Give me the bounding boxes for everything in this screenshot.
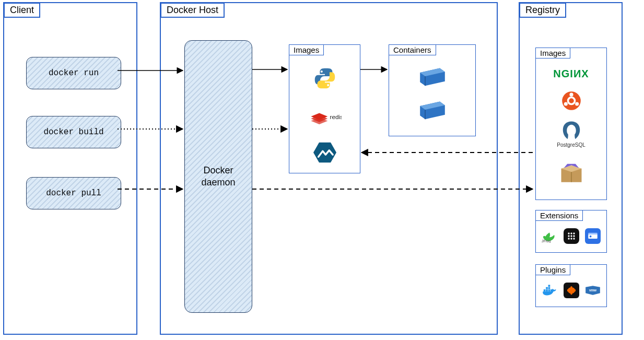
svg-point-28 — [573, 238, 575, 239]
redis-icon: redis — [289, 107, 360, 126]
cmd-docker-pull: docker pull — [26, 177, 121, 209]
registry-plugins-box: Plugins — [535, 264, 607, 307]
nginx-icon: NGIИX — [536, 68, 606, 80]
svg-text:redis: redis — [330, 113, 341, 120]
vmware-icon: vmw — [585, 283, 601, 298]
svg-rect-34 — [548, 289, 551, 291]
registry-panel-title: Registry — [519, 3, 566, 18]
docker-icon — [542, 283, 557, 298]
alpine-icon — [289, 142, 360, 163]
ubuntu-icon — [536, 91, 606, 111]
svg-point-27 — [570, 238, 572, 239]
host-containers-box: Containers — [389, 44, 476, 136]
cmd-pull-label: docker pull — [46, 189, 101, 198]
postgresql-icon: PostgreSQL — [536, 120, 606, 148]
registry-panel: Registry Images NGIИX PostgreSQL — [519, 2, 623, 335]
svg-rect-33 — [546, 289, 548, 291]
svg-text:vmw: vmw — [589, 288, 596, 292]
grafana-icon — [564, 283, 579, 298]
cmd-run-label: docker run — [49, 68, 99, 78]
docker-daemon-label: Docker daemon — [201, 165, 235, 189]
portainer-icon — [564, 228, 579, 244]
svg-point-30 — [590, 236, 592, 238]
registry-extensions-box: Extensions JFrog — [535, 210, 607, 253]
svg-point-10 — [569, 93, 573, 97]
registry-plugins-title: Plugins — [535, 264, 570, 275]
svg-point-20 — [568, 232, 569, 234]
cmd-build-label: docker build — [43, 127, 103, 137]
container-icon — [389, 66, 475, 87]
svg-point-23 — [568, 235, 569, 237]
svg-point-24 — [570, 235, 572, 237]
client-panel-title: Client — [4, 3, 40, 18]
svg-rect-31 — [588, 233, 598, 235]
svg-point-11 — [564, 102, 567, 105]
svg-point-14 — [573, 127, 575, 130]
svg-text:JFrog: JFrog — [542, 239, 551, 243]
svg-point-26 — [568, 238, 569, 239]
host-images-title: Images — [289, 44, 324, 55]
registry-images-title: Images — [535, 48, 570, 58]
svg-point-22 — [573, 232, 575, 234]
jfrog-icon: JFrog — [542, 228, 557, 244]
host-images-box: Images redis — [289, 44, 360, 173]
registry-images-box: Images NGIИX PostgreSQL — [535, 48, 607, 200]
container-icon — [389, 99, 475, 120]
svg-point-25 — [573, 235, 575, 237]
svg-rect-37 — [548, 287, 551, 289]
azure-icon — [585, 228, 601, 244]
host-containers-title: Containers — [389, 44, 436, 55]
svg-point-12 — [575, 102, 579, 105]
docker-host-panel-title: Docker Host — [160, 3, 225, 18]
client-panel: Client docker run docker build docker pu… — [3, 2, 137, 335]
python-icon — [289, 67, 360, 90]
svg-rect-32 — [544, 289, 546, 291]
package-icon — [536, 160, 606, 185]
docker-architecture-diagram: Client docker run docker build docker pu… — [0, 0, 644, 340]
svg-point-13 — [568, 127, 570, 130]
cmd-docker-build: docker build — [26, 116, 121, 148]
svg-rect-36 — [546, 287, 548, 289]
svg-point-21 — [570, 232, 572, 234]
registry-extensions-title: Extensions — [535, 210, 583, 221]
svg-rect-38 — [548, 285, 551, 287]
docker-daemon-box: Docker daemon — [184, 40, 252, 313]
cmd-docker-run: docker run — [26, 57, 121, 89]
